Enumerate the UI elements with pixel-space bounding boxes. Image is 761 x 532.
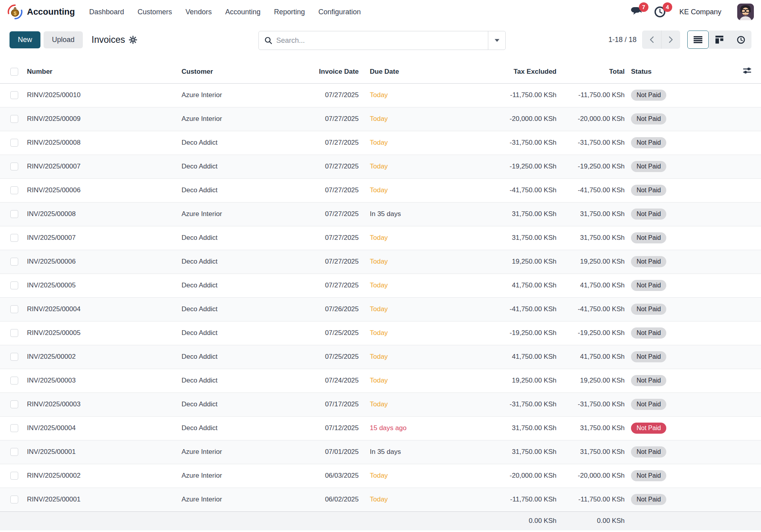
row-checkbox[interactable] — [10, 186, 18, 194]
table-row[interactable]: RINV/2025/00009 Azure Interior 07/27/202… — [0, 107, 761, 131]
column-header-tax-excluded[interactable]: Tax Excluded — [463, 60, 560, 83]
activity-view-button[interactable] — [730, 31, 751, 49]
new-button[interactable]: New — [10, 31, 40, 48]
column-header-status[interactable]: Status — [628, 60, 733, 83]
messages-icon[interactable]: 7 — [630, 6, 644, 18]
table-row[interactable]: INV/2025/00006 Deco Addict 07/27/2025 To… — [0, 250, 761, 274]
invoice-date: 07/25/2025 — [317, 321, 363, 345]
optional-columns-icon[interactable] — [742, 66, 752, 75]
status-badge: Not Paid — [631, 280, 666, 291]
status-badge: Not Paid — [631, 256, 666, 267]
invoice-customer: Deco Addict — [182, 416, 317, 440]
table-row[interactable]: RINV/2025/00002 Azure Interior 06/03/202… — [0, 464, 761, 488]
table-row[interactable]: RINV/2025/00001 Azure Interior 06/02/202… — [0, 488, 761, 511]
invoice-total: 31,750.00 KSh — [560, 226, 628, 250]
accounting-app-icon[interactable]: $ — [7, 4, 23, 20]
invoice-number: INV/2025/00006 — [22, 250, 182, 274]
row-checkbox[interactable] — [10, 139, 18, 147]
invoice-tax-excluded: -20,000.00 KSh — [463, 464, 560, 488]
invoice-total: -20,000.00 KSh — [560, 107, 628, 131]
table-row[interactable]: INV/2025/00003 Deco Addict 07/24/2025 To… — [0, 369, 761, 392]
invoice-customer: Deco Addict — [182, 392, 317, 416]
menu-accounting[interactable]: Accounting — [220, 5, 266, 19]
row-checkbox[interactable] — [10, 496, 18, 503]
menu-vendors[interactable]: Vendors — [180, 5, 217, 19]
column-header-total[interactable]: Total — [560, 60, 628, 83]
row-checkbox[interactable] — [10, 115, 18, 123]
invoice-number: RINV/2025/00006 — [22, 178, 182, 202]
search-input[interactable] — [276, 36, 488, 45]
row-checkbox[interactable] — [10, 281, 18, 289]
column-header-customer[interactable]: Customer — [182, 60, 317, 83]
chevron-left-icon — [649, 36, 654, 43]
invoice-due-date: Today — [363, 83, 463, 107]
row-checkbox[interactable] — [10, 400, 18, 408]
table-row[interactable]: RINV/2025/00007 Deco Addict 07/27/2025 T… — [0, 155, 761, 178]
table-row[interactable]: INV/2025/00005 Deco Addict 07/27/2025 To… — [0, 274, 761, 297]
table-row[interactable]: RINV/2025/00005 Deco Addict 07/25/2025 T… — [0, 321, 761, 345]
column-header-due-date[interactable]: Due Date — [363, 60, 463, 83]
top-navbar: $ Accounting Dashboard Customers Vendors… — [0, 0, 761, 24]
invoice-date: 06/03/2025 — [317, 464, 363, 488]
row-checkbox[interactable] — [10, 163, 18, 170]
column-header-number[interactable]: Number — [22, 60, 182, 83]
list-view-button[interactable] — [687, 31, 709, 49]
invoice-due-date: Today — [363, 369, 463, 392]
invoice-number: RINV/2025/00008 — [22, 131, 182, 155]
table-row[interactable]: RINV/2025/00004 Deco Addict 07/26/2025 T… — [0, 297, 761, 321]
search-dropdown-toggle[interactable] — [488, 31, 505, 50]
pager-previous-button[interactable] — [642, 31, 661, 49]
row-checkbox[interactable] — [10, 377, 18, 385]
table-row[interactable]: INV/2025/00002 Deco Addict 07/25/2025 To… — [0, 345, 761, 369]
table-row[interactable]: INV/2025/00007 Deco Addict 07/27/2025 To… — [0, 226, 761, 250]
activities-icon[interactable]: 4 — [654, 6, 667, 18]
select-all-checkbox[interactable] — [10, 68, 18, 76]
status-badge: Not Paid — [631, 161, 666, 172]
table-row[interactable]: RINV/2025/00006 Deco Addict 07/27/2025 T… — [0, 178, 761, 202]
invoice-date: 07/12/2025 — [317, 416, 363, 440]
invoice-total: -19,250.00 KSh — [560, 155, 628, 178]
table-header-row: Number Customer Invoice Date Due Date Ta… — [0, 60, 761, 83]
view-switcher — [687, 31, 751, 49]
table-row[interactable]: INV/2025/00004 Deco Addict 07/12/2025 15… — [0, 416, 761, 440]
invoice-customer: Deco Addict — [182, 297, 317, 321]
row-checkbox[interactable] — [10, 234, 18, 242]
row-checkbox[interactable] — [10, 91, 18, 99]
upload-button[interactable]: Upload — [44, 31, 83, 48]
row-checkbox[interactable] — [10, 448, 18, 456]
row-checkbox[interactable] — [10, 258, 18, 266]
user-avatar[interactable] — [737, 4, 754, 20]
invoice-customer: Deco Addict — [182, 250, 317, 274]
invoice-tax-excluded: 31,750.00 KSh — [463, 226, 560, 250]
invoice-tax-excluded: 41,750.00 KSh — [463, 345, 560, 369]
status-badge: Not Paid — [631, 232, 666, 243]
row-checkbox[interactable] — [10, 472, 18, 480]
invoice-date: 07/26/2025 — [317, 297, 363, 321]
row-checkbox[interactable] — [10, 424, 18, 432]
status-badge: Not Paid — [631, 209, 666, 220]
column-header-invoice-date[interactable]: Invoice Date — [317, 60, 363, 83]
table-row[interactable]: RINV/2025/00003 Deco Addict 07/17/2025 T… — [0, 392, 761, 416]
menu-dashboard[interactable]: Dashboard — [84, 5, 130, 19]
table-footer-row: 0.00 KSh 0.00 KSh — [0, 511, 761, 530]
invoice-number: RINV/2025/00005 — [22, 321, 182, 345]
invoice-total: -11,750.00 KSh — [560, 488, 628, 511]
row-checkbox[interactable] — [10, 329, 18, 337]
menu-reporting[interactable]: Reporting — [268, 5, 310, 19]
invoice-tax-excluded: 31,750.00 KSh — [463, 440, 560, 464]
pager-value[interactable]: 1-18 / 18 — [608, 36, 637, 44]
pager-next-button[interactable] — [661, 31, 680, 49]
gear-icon[interactable] — [129, 36, 137, 44]
row-checkbox[interactable] — [10, 210, 18, 218]
menu-customers[interactable]: Customers — [132, 5, 178, 19]
table-row[interactable]: RINV/2025/00010 Azure Interior 07/27/202… — [0, 83, 761, 107]
menu-configuration[interactable]: Configuration — [313, 5, 366, 19]
table-row[interactable]: INV/2025/00001 Azure Interior 07/01/2025… — [0, 440, 761, 464]
invoice-customer: Deco Addict — [182, 226, 317, 250]
row-checkbox[interactable] — [10, 353, 18, 361]
company-switcher[interactable]: KE Company — [679, 8, 721, 16]
table-row[interactable]: RINV/2025/00008 Deco Addict 07/27/2025 T… — [0, 131, 761, 155]
row-checkbox[interactable] — [10, 305, 18, 313]
table-row[interactable]: INV/2025/00008 Azure Interior 07/27/2025… — [0, 202, 761, 226]
kanban-view-button[interactable] — [709, 31, 730, 49]
